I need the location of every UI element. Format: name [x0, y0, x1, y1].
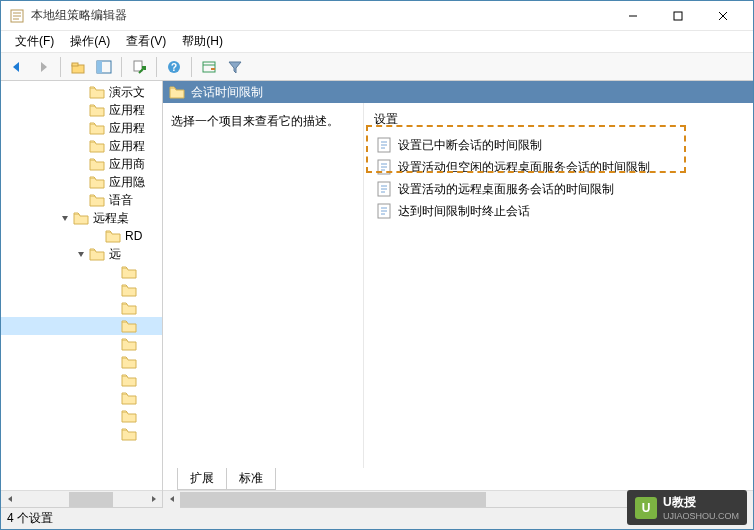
menu-view[interactable]: 查看(V) [118, 31, 174, 52]
expander-icon[interactable] [73, 249, 89, 259]
tree-item[interactable] [1, 335, 162, 353]
tree-pane[interactable]: 演示文应用程应用程应用程应用商应用隐语音远程桌RD远 [1, 81, 163, 507]
tree-item-label: RD [125, 229, 142, 243]
tree-item[interactable] [1, 317, 162, 335]
svg-rect-5 [674, 12, 682, 20]
menu-file[interactable]: 文件(F) [7, 31, 62, 52]
tree-item-label: 应用隐 [109, 174, 145, 191]
folder-icon [89, 193, 105, 207]
tree-item-label: 应用程 [109, 138, 145, 155]
tree-horizontal-scrollbar[interactable] [1, 490, 162, 507]
folder-icon [89, 85, 105, 99]
folder-icon [89, 157, 105, 171]
tree-item[interactable] [1, 371, 162, 389]
setting-item-label: 设置活动的远程桌面服务会话的时间限制 [398, 181, 614, 198]
folder-icon [121, 373, 137, 387]
folder-icon [121, 427, 137, 441]
tree-item[interactable]: 远 [1, 245, 162, 263]
watermark: U U教授 UJIAOSHOU.COM [627, 490, 747, 525]
up-button[interactable] [66, 55, 90, 79]
menu-action[interactable]: 操作(A) [62, 31, 118, 52]
tree-item[interactable]: 应用隐 [1, 173, 162, 191]
toolbar-separator [121, 57, 122, 77]
all-settings-button[interactable] [197, 55, 221, 79]
svg-rect-9 [72, 63, 78, 66]
scroll-left-icon[interactable] [1, 491, 18, 508]
tree-item[interactable]: 演示文 [1, 83, 162, 101]
setting-item[interactable]: 设置活动的远程桌面服务会话的时间限制 [372, 178, 745, 200]
policy-icon [376, 137, 392, 153]
folder-icon [121, 301, 137, 315]
svg-rect-15 [203, 62, 215, 72]
folder-icon [89, 103, 105, 117]
tree-item[interactable]: 语音 [1, 191, 162, 209]
policy-icon [376, 181, 392, 197]
tree-item[interactable] [1, 389, 162, 407]
export-button[interactable] [127, 55, 151, 79]
close-button[interactable] [700, 2, 745, 30]
folder-icon [121, 409, 137, 423]
folder-icon [89, 175, 105, 189]
folder-icon [121, 265, 137, 279]
setting-item-label: 设置已中断会话的时间限制 [398, 137, 542, 154]
tree-item-label: 应用程 [109, 120, 145, 137]
tree-item[interactable] [1, 281, 162, 299]
tree-item[interactable] [1, 263, 162, 281]
tree-item[interactable] [1, 299, 162, 317]
description-text: 选择一个项目来查看它的描述。 [171, 113, 355, 130]
tree-item[interactable] [1, 353, 162, 371]
status-text: 4 个设置 [7, 510, 53, 527]
filter-button[interactable] [223, 55, 247, 79]
toolbar-separator [191, 57, 192, 77]
setting-item[interactable]: 设置已中断会话的时间限制 [372, 134, 745, 156]
tab-extended[interactable]: 扩展 [177, 468, 227, 490]
folder-icon [89, 247, 105, 261]
watermark-logo-icon: U [635, 497, 657, 519]
tree-item-label: 应用商 [109, 156, 145, 173]
help-button[interactable]: ? [162, 55, 186, 79]
folder-icon [121, 283, 137, 297]
tree-item[interactable]: RD [1, 227, 162, 245]
app-icon [9, 8, 25, 24]
setting-item-label: 设置活动但空闲的远程桌面服务会话的时间限制 [398, 159, 650, 176]
folder-icon [121, 355, 137, 369]
content-header-title: 会话时间限制 [191, 84, 263, 101]
policy-icon [376, 203, 392, 219]
tree-item[interactable] [1, 407, 162, 425]
menu-help[interactable]: 帮助(H) [174, 31, 231, 52]
setting-item-label: 达到时间限制时终止会话 [398, 203, 530, 220]
show-hide-tree-button[interactable] [92, 55, 116, 79]
content-header: 会话时间限制 [163, 81, 753, 103]
scroll-left-icon[interactable] [163, 491, 180, 508]
back-button[interactable] [5, 55, 29, 79]
policy-icon [376, 159, 392, 175]
folder-icon [105, 229, 121, 243]
folder-icon [121, 319, 137, 333]
folder-icon [89, 139, 105, 153]
tree-item-label: 远程桌 [93, 210, 129, 227]
setting-item[interactable]: 设置活动但空闲的远程桌面服务会话的时间限制 [372, 156, 745, 178]
tree-item-label: 应用程 [109, 102, 145, 119]
watermark-brand: U教授 [663, 494, 739, 511]
tab-standard[interactable]: 标准 [226, 468, 276, 490]
tree-item[interactable]: 应用程 [1, 119, 162, 137]
scroll-right-icon[interactable] [145, 491, 162, 508]
tree-item[interactable] [1, 425, 162, 443]
setting-item[interactable]: 达到时间限制时终止会话 [372, 200, 745, 222]
svg-text:?: ? [171, 62, 177, 73]
expander-icon[interactable] [57, 213, 73, 223]
tree-item[interactable]: 应用程 [1, 137, 162, 155]
tree-item-label: 语音 [109, 192, 133, 209]
maximize-button[interactable] [655, 2, 700, 30]
tree-item-label: 演示文 [109, 84, 145, 101]
tree-item[interactable]: 远程桌 [1, 209, 162, 227]
minimize-button[interactable] [610, 2, 655, 30]
svg-rect-11 [97, 61, 102, 73]
folder-icon [89, 121, 105, 135]
toolbar-separator [60, 57, 61, 77]
tree-item[interactable]: 应用程 [1, 101, 162, 119]
settings-column-header: 设置 [372, 109, 745, 134]
folder-icon [121, 391, 137, 405]
forward-button[interactable] [31, 55, 55, 79]
tree-item[interactable]: 应用商 [1, 155, 162, 173]
